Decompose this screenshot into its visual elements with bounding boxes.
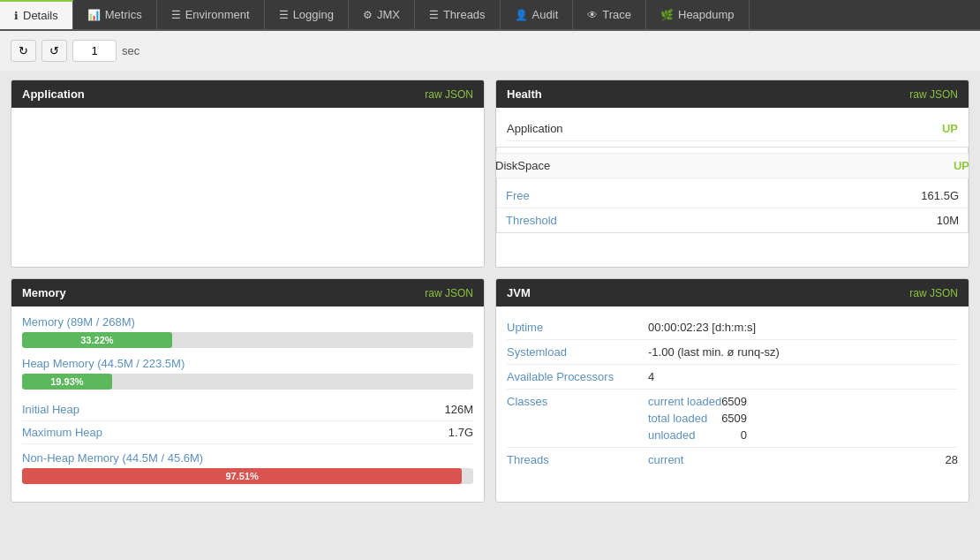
memory-panel: Memory raw JSON Memory (89M / 268M) 33.2… xyxy=(11,278,485,503)
info-icon: ℹ xyxy=(14,10,19,22)
jvm-panel: JVM raw JSON Uptime 00:00:02:23 [d:h:m:s… xyxy=(495,278,969,503)
tab-logging-label: Logging xyxy=(293,8,334,21)
logging-icon: ☰ xyxy=(279,9,289,21)
non-heap-memory-progress-bg: 97.51% xyxy=(22,468,473,484)
health-panel: Health raw JSON Application UP DiskSpace… xyxy=(495,79,969,268)
interval-unit-label: sec xyxy=(122,44,139,57)
diskspace-threshold-row: Threshold 10M xyxy=(497,208,968,232)
toolbar: ↻ ↺ sec xyxy=(0,31,980,71)
initial-heap-row: Initial Heap 126M xyxy=(22,398,473,421)
non-heap-memory-pct: 97.51% xyxy=(225,471,258,481)
jvm-classes-label: Classes xyxy=(507,395,648,442)
free-value: 161.5G xyxy=(921,189,959,202)
refresh-button[interactable]: ↻ xyxy=(11,40,36,62)
interval-input[interactable] xyxy=(72,40,117,62)
initial-heap-value: 126M xyxy=(444,403,473,416)
memory-total-progress-fill: 33.22% xyxy=(22,332,172,348)
jvm-uptime-value: 00:00:02:23 [d:h:m:s] xyxy=(648,321,958,334)
jvm-classes-current-value: 6509 xyxy=(721,395,747,408)
jvm-systemload-label: Systemload xyxy=(507,345,648,359)
heap-memory-item: Heap Memory (44.5M / 223.5M) 19.93% xyxy=(22,357,473,390)
tab-environment[interactable]: ☰ Environment xyxy=(157,0,265,29)
heap-memory-progress-bg: 19.93% xyxy=(22,374,473,390)
tab-trace[interactable]: 👁 Trace xyxy=(573,0,646,29)
jvm-classes-unloaded-label: unloaded xyxy=(648,428,696,442)
jvm-systemload-row: Systemload -1.00 (last min. ø runq-sz) xyxy=(507,340,958,365)
memory-total-item: Memory (89M / 268M) 33.22% xyxy=(22,315,473,348)
tab-environment-label: Environment xyxy=(185,8,250,21)
health-panel-title: Health xyxy=(507,87,542,101)
jvm-threads-current-value: 28 xyxy=(946,453,958,466)
max-heap-row: Maximum Heap 1.7G xyxy=(22,421,473,444)
health-raw-json[interactable]: raw JSON xyxy=(909,88,958,101)
jvm-classes-row: Classes current loaded 6509 total loaded… xyxy=(507,390,958,448)
jvm-panel-body: Uptime 00:00:02:23 [d:h:m:s] Systemload … xyxy=(496,306,969,481)
non-heap-memory-progress-fill: 97.51% xyxy=(22,468,462,484)
jvm-raw-json[interactable]: raw JSON xyxy=(909,287,958,299)
jvm-classes-unloaded-value: 0 xyxy=(741,428,747,442)
jmx-icon: ⚙ xyxy=(363,9,373,21)
tab-metrics-label: Metrics xyxy=(105,8,142,21)
memory-panel-body: Memory (89M / 268M) 33.22% Heap Memory (… xyxy=(11,306,484,502)
tab-metrics[interactable]: 📊 Metrics xyxy=(73,0,157,29)
diskspace-status: UP xyxy=(954,159,969,172)
heap-memory-progress-fill: 19.93% xyxy=(22,374,112,390)
max-heap-value: 1.7G xyxy=(449,426,473,439)
initial-heap-label: Initial Heap xyxy=(22,403,79,416)
tab-details[interactable]: ℹ Details xyxy=(0,0,73,29)
memory-raw-json[interactable]: raw JSON xyxy=(425,287,473,299)
tab-jmx-label: JMX xyxy=(377,8,400,21)
application-panel-title: Application xyxy=(22,87,85,101)
memory-panel-title: Memory xyxy=(22,286,66,299)
tab-trace-label: Trace xyxy=(602,8,631,21)
health-panel-body: Application UP DiskSpace UP Free 161.5G … xyxy=(496,108,969,242)
jvm-processors-row: Available Processors 4 xyxy=(507,365,958,390)
jvm-threads-current-label: current xyxy=(648,453,683,466)
threshold-label: Threshold xyxy=(506,214,557,227)
audit-icon: 👤 xyxy=(515,9,528,21)
jvm-classes-current-label: current loaded xyxy=(648,395,721,408)
tab-logging[interactable]: ☰ Logging xyxy=(265,0,349,29)
application-panel-body xyxy=(11,108,484,267)
content-area: Application raw JSON Health raw JSON App… xyxy=(0,71,980,522)
diskspace-free-row: Free 161.5G xyxy=(497,184,968,208)
trace-icon: 👁 xyxy=(587,9,598,21)
environment-icon: ☰ xyxy=(171,9,181,21)
diskspace-label: DiskSpace xyxy=(495,159,550,172)
max-heap-label: Maximum Heap xyxy=(22,426,102,439)
health-application-row: Application UP xyxy=(507,117,958,141)
tab-audit[interactable]: 👤 Audit xyxy=(501,0,574,29)
tab-heapdump-label: Heapdump xyxy=(678,8,735,21)
health-panel-header: Health raw JSON xyxy=(496,80,969,108)
tab-bar: ℹ Details 📊 Metrics ☰ Environment ☰ Logg… xyxy=(0,0,980,31)
tab-details-label: Details xyxy=(23,9,58,22)
application-panel: Application raw JSON xyxy=(11,79,485,268)
tab-heapdump[interactable]: 🌿 Heapdump xyxy=(646,0,750,29)
application-raw-json[interactable]: raw JSON xyxy=(425,88,473,101)
bottom-panels-row: Memory raw JSON Memory (89M / 268M) 33.2… xyxy=(11,278,969,503)
auto-refresh-button[interactable]: ↺ xyxy=(41,40,67,62)
jvm-uptime-label: Uptime xyxy=(507,321,648,334)
memory-total-progress-bg: 33.22% xyxy=(22,332,473,348)
jvm-panel-title: JVM xyxy=(507,286,531,299)
jvm-uptime-row: Uptime 00:00:02:23 [d:h:m:s] xyxy=(507,315,958,340)
tab-jmx[interactable]: ⚙ JMX xyxy=(349,0,415,29)
health-application-label: Application xyxy=(507,122,563,135)
jvm-processors-value: 4 xyxy=(648,370,958,383)
non-heap-memory-item: Non-Heap Memory (44.5M / 45.6M) 97.51% xyxy=(22,451,473,484)
top-panels-row: Application raw JSON Health raw JSON App… xyxy=(11,79,969,268)
jvm-processors-label: Available Processors xyxy=(507,370,648,383)
tab-threads-label: Threads xyxy=(443,8,486,21)
jvm-systemload-value: -1.00 (last min. ø runq-sz) xyxy=(648,345,958,359)
memory-total-pct: 33.22% xyxy=(80,335,113,345)
memory-panel-header: Memory raw JSON xyxy=(11,279,484,306)
jvm-classes-total-label: total loaded xyxy=(648,412,707,425)
non-heap-memory-label: Non-Heap Memory (44.5M / 45.6M) xyxy=(22,451,473,465)
tab-audit-label: Audit xyxy=(532,8,559,21)
metrics-icon: 📊 xyxy=(87,9,101,21)
threads-icon: ☰ xyxy=(429,9,439,21)
health-application-status: UP xyxy=(942,122,958,135)
tab-threads[interactable]: ☰ Threads xyxy=(415,0,501,29)
jvm-classes-total-value: 6509 xyxy=(721,412,747,425)
jvm-threads-row: Threads current 28 xyxy=(507,448,958,472)
